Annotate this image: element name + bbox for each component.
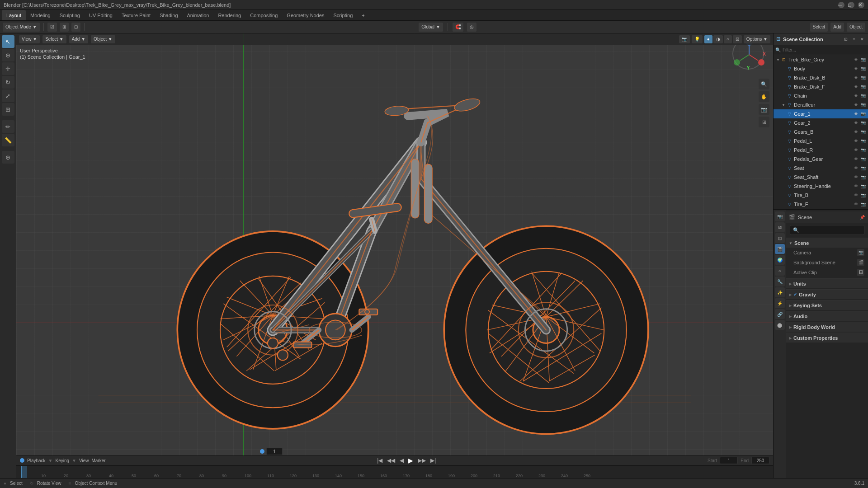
tab-sculpting[interactable]: Sculpting: [55, 10, 85, 20]
view-light-btn[interactable]: 💡: [692, 35, 703, 43]
render-gears-b[interactable]: 📷: [860, 129, 866, 135]
outliner-item-brake-disk-b[interactable]: Brake_Disk_B 👁 📷: [774, 73, 868, 82]
outliner-item-pedal-r[interactable]: Pedal_R 👁 📷: [774, 145, 868, 155]
snap-btn[interactable]: 🧲: [453, 23, 463, 32]
proportional-btn[interactable]: ◎: [467, 23, 476, 32]
tool-add[interactable]: ⊕: [2, 151, 14, 164]
add-menu-btn[interactable]: Add: [830, 23, 844, 32]
minimize-btn[interactable]: ─: [838, 2, 844, 8]
props-search-input[interactable]: [790, 225, 864, 235]
outliner-item-trek-bike[interactable]: ⊡ Trek_Bike_Grey 👁 📷: [774, 55, 868, 64]
gravity-check-icon[interactable]: ✓: [793, 292, 797, 297]
render-seat-shaft[interactable]: 📷: [860, 174, 866, 180]
object-menu-btn[interactable]: Object: [847, 23, 865, 32]
gravity-section-header[interactable]: ✓ Gravity: [786, 289, 868, 299]
grid-icon[interactable]: ⊞: [759, 117, 769, 127]
props-tab-world[interactable]: 🌍: [775, 255, 785, 265]
audio-section-header[interactable]: Audio: [786, 311, 868, 321]
background-scene-btn[interactable]: 🎬: [857, 259, 864, 266]
visibility-seat[interactable]: 👁: [853, 165, 859, 171]
render-gear2[interactable]: 📷: [860, 120, 866, 126]
maximize-btn[interactable]: □: [848, 2, 854, 8]
playback-menu[interactable]: Playback: [27, 458, 46, 463]
outliner-search-input[interactable]: [783, 47, 866, 52]
tab-shading[interactable]: Shading: [155, 10, 182, 20]
camera-icon-btn[interactable]: 📷: [857, 249, 864, 256]
tool-rotate[interactable]: ↻: [2, 76, 14, 89]
select-menu-btn-vp[interactable]: Select ▼: [42, 35, 66, 43]
props-tab-view-layer[interactable]: ⊡: [775, 233, 785, 243]
current-frame-input[interactable]: 1: [266, 448, 283, 455]
props-tab-constraints[interactable]: 🔗: [775, 309, 785, 319]
render-tire-f[interactable]: 📷: [860, 201, 866, 207]
scene-section-header[interactable]: Scene: [786, 238, 868, 248]
props-tab-object[interactable]: ○: [775, 266, 785, 276]
render-tire-b[interactable]: 📷: [860, 192, 866, 198]
view-menu-tl[interactable]: View: [79, 458, 89, 463]
3d-cursor[interactable]: [364, 309, 370, 314]
outliner-item-pedals-gear[interactable]: Pedals_Gear 👁 📷: [774, 155, 868, 164]
global-transform-btn[interactable]: Global ▼: [419, 23, 443, 32]
render-body[interactable]: 📷: [860, 66, 866, 72]
render-pedals-gear[interactable]: 📷: [860, 156, 866, 162]
outliner-item-gears-b[interactable]: Gears_B 👁 📷: [774, 127, 868, 136]
keying-sets-section-header[interactable]: Keying Sets: [786, 300, 868, 310]
view-rendered-btn[interactable]: ○: [724, 35, 732, 43]
visibility-tire-f[interactable]: 👁: [853, 201, 859, 207]
keying-menu[interactable]: Keying: [55, 458, 69, 463]
visibility-gear2[interactable]: 👁: [853, 120, 859, 126]
select-mode2-btn[interactable]: ⊞: [60, 23, 69, 32]
render-steering[interactable]: 📷: [860, 183, 866, 189]
tab-compositing[interactable]: Compositing: [245, 10, 282, 20]
visibility-steering[interactable]: 👁: [853, 183, 859, 189]
outliner-item-body[interactable]: Body 👁 📷: [774, 64, 868, 73]
options-dropdown-btn[interactable]: Options ▼: [744, 35, 770, 43]
select-mode3-btn[interactable]: ⊡: [71, 23, 80, 32]
visibility-seat-shaft[interactable]: 👁: [853, 174, 859, 180]
visibility-tire-b[interactable]: 👁: [853, 192, 859, 198]
tool-move[interactable]: ✛: [2, 62, 14, 75]
tool-cursor[interactable]: ⊕: [2, 49, 14, 61]
tab-layout[interactable]: Layout: [2, 10, 26, 20]
visibility-gears-b[interactable]: 👁: [853, 129, 859, 135]
tool-scale[interactable]: ⤢: [2, 89, 14, 102]
render-gear1[interactable]: 📷: [860, 111, 866, 117]
outliner-item-steering[interactable]: Steering_Handle 👁 📷: [774, 182, 868, 191]
outliner-item-brake-disk-f[interactable]: Brake_Disk_F 👁 📷: [774, 82, 868, 91]
step-back-btn[interactable]: ◀◀: [386, 457, 396, 464]
outliner-item-tire-b[interactable]: Tire_B 👁 📷: [774, 191, 868, 200]
visibility-pedals-gear[interactable]: 👁: [853, 156, 859, 162]
tab-animation[interactable]: Animation: [183, 10, 214, 20]
tab-texture-paint[interactable]: Texture Paint: [117, 10, 155, 20]
outliner-item-gear2[interactable]: Gear_2 👁 📷: [774, 118, 868, 127]
outliner-item-chain[interactable]: Chain 👁 📷: [774, 91, 868, 100]
select-mode-btn[interactable]: ☑: [47, 23, 57, 32]
props-tab-scene[interactable]: 🎬: [775, 244, 785, 254]
close-btn[interactable]: ✕: [858, 2, 864, 8]
view-wire-btn[interactable]: ⊡: [733, 35, 742, 43]
jump-start-btn[interactable]: |◀: [376, 457, 383, 464]
outliner-sort-btn[interactable]: ≡: [851, 36, 857, 42]
select-menu-btn[interactable]: Select: [810, 23, 828, 32]
play-btn[interactable]: ▶: [407, 457, 414, 464]
props-tab-output[interactable]: 🖥: [775, 222, 785, 232]
visibility-pedal-l[interactable]: 👁: [853, 138, 859, 144]
units-section-header[interactable]: Units: [786, 278, 868, 288]
tool-measure[interactable]: 📏: [2, 134, 14, 146]
object-menu-btn-vp[interactable]: Object ▼: [91, 35, 115, 43]
render-brake-f[interactable]: 📷: [860, 84, 866, 90]
tab-rendering[interactable]: Rendering: [213, 10, 245, 20]
custom-props-section-header[interactable]: Custom Properties: [786, 333, 868, 343]
visibility-pedal-r[interactable]: 👁: [853, 147, 859, 153]
outliner-item-seat-shaft[interactable]: Seat_Shaft 👁 📷: [774, 173, 868, 182]
visibility-trek-bike[interactable]: 👁: [853, 56, 859, 63]
visibility-brake-b[interactable]: 👁: [853, 75, 859, 81]
render-pedal-r[interactable]: 📷: [860, 147, 866, 153]
render-seat[interactable]: 📷: [860, 165, 866, 171]
add-menu-btn-vp[interactable]: Add ▼: [69, 35, 88, 43]
props-tab-modifier[interactable]: 🔧: [775, 277, 785, 286]
expand-derailleur[interactable]: [781, 102, 786, 108]
visibility-gear1[interactable]: 👁: [853, 111, 859, 117]
marker-menu[interactable]: Marker: [91, 458, 105, 463]
visibility-brake-f[interactable]: 👁: [853, 84, 859, 90]
